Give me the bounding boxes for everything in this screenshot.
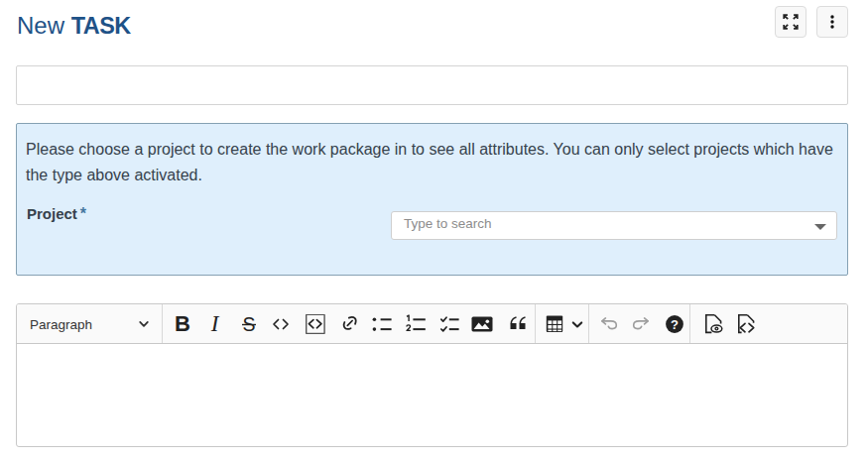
svg-text:?: ?: [671, 317, 679, 332]
svg-text:I: I: [210, 314, 220, 334]
svg-text:B: B: [175, 314, 190, 334]
